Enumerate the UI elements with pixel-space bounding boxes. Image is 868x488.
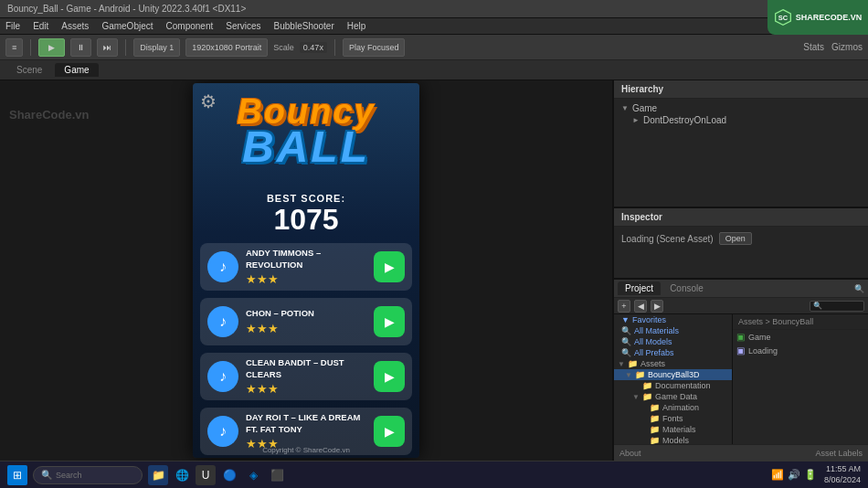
hier-item-dontdestroy[interactable]: ► DontDestroyOnLoad [621, 114, 861, 126]
asset-loading[interactable]: ▣ Loading [733, 344, 868, 357]
view-tabs: Scene Game [0, 60, 868, 80]
taskbar-app-edge[interactable]: 🌐 [172, 465, 192, 485]
taskbar-app-unity[interactable]: U [196, 465, 216, 485]
menu-file[interactable]: File [5, 21, 20, 31]
layout-button[interactable]: ≡ [5, 38, 23, 57]
asset-game-label: Game [748, 333, 771, 342]
window-title: Bouncy_Ball - Game - Android - Unity 202… [7, 4, 813, 14]
taskbar: ⊞ 🔍 📁 🌐 U 🔵 ◈ ⬛ 📶 🔊 🔋 11:55 AM 8/06/2024 [0, 461, 868, 488]
tree-gamedata[interactable]: ▼ 📁 Game Data [614, 391, 732, 402]
hierarchy-header: Hierarchy [614, 80, 868, 99]
tree-models[interactable]: 📁 Models [614, 435, 732, 444]
back-btn[interactable]: ◀ [634, 300, 647, 313]
folder-icon-anim: 📁 [650, 403, 660, 412]
battery-icon: 🔋 [804, 469, 817, 481]
inspector-open-button[interactable]: Open [719, 232, 752, 245]
forward-btn[interactable]: ▶ [651, 300, 663, 313]
asset-game-icon: ▣ [736, 332, 745, 342]
song-play-btn-1[interactable]: ▶ [374, 251, 405, 282]
resolution-selector[interactable]: 1920x1080 Portrait [185, 38, 268, 57]
song-item-3: ♪ CLEAN BANDIT – DUSTCLEARS ★★★ ▶ [200, 353, 412, 400]
play-focused-button[interactable]: Play Focused [343, 38, 406, 57]
hierarchy-title: Hierarchy [621, 84, 663, 94]
toolbar-right: Stats Gizmos [803, 42, 863, 52]
hier-label-game: Game [632, 103, 657, 113]
step-button[interactable]: ⏭ [97, 38, 118, 57]
folder-icon-assets: 📁 [628, 359, 638, 368]
game-viewport: ShareCode.vn ⚙ Bouncy BALL Best Score: 1… [0, 80, 612, 461]
game-viewport-panel: ShareCode.vn ⚙ Bouncy BALL Best Score: 1… [0, 80, 614, 461]
stats-label[interactable]: Stats [803, 42, 824, 52]
project-assets-area: Assets > BouncyBall ▣ Game ▣ Loading [733, 314, 868, 444]
scale-value: 0.47x [300, 42, 327, 53]
clock: 11:55 AM 8/06/2024 [824, 464, 861, 485]
pause-button[interactable]: ⏸ [70, 38, 91, 57]
song-play-btn-4[interactable]: ▶ [374, 416, 405, 447]
menu-edit[interactable]: Edit [33, 21, 48, 31]
hier-item-game[interactable]: ▼ Game [621, 102, 861, 114]
project-container: Project Console 🔍 + ◀ ▶ 🔍 [614, 280, 868, 461]
taskbar-search-input[interactable] [56, 471, 129, 480]
menu-component[interactable]: Component [166, 21, 214, 31]
tab-game[interactable]: Game [55, 63, 98, 77]
taskbar-app-chrome[interactable]: 🔵 [219, 465, 239, 485]
play-button[interactable]: ▶ [38, 38, 65, 57]
tab-scene[interactable]: Scene [7, 63, 51, 77]
favorites-arrow: ▼ [621, 315, 630, 324]
project-tree: ▼ Favorites 🔍 All Materials 🔍 All Models [614, 314, 733, 444]
toolbar: ≡ ▶ ⏸ ⏭ Display 1 1920x1080 Portrait Sca… [0, 35, 868, 60]
taskbar-app-explorer[interactable]: 📁 [148, 465, 168, 485]
start-button[interactable]: ⊞ [7, 465, 27, 485]
tree-fonts[interactable]: 📁 Fonts [614, 413, 732, 424]
project-search-box[interactable]: 🔍 [810, 301, 864, 312]
tab-console[interactable]: Console [662, 281, 711, 295]
volume-icon: 🔊 [788, 469, 800, 481]
clock-date: 8/06/2024 [824, 475, 861, 486]
song-play-btn-2[interactable]: ▶ [374, 306, 405, 337]
sharecode-logo-icon: SC [774, 8, 792, 27]
menu-help[interactable]: Help [347, 21, 366, 31]
fav-models[interactable]: 🔍 All Models [614, 336, 732, 347]
taskbar-right: 📶 🔊 🔋 11:55 AM 8/06/2024 [771, 464, 861, 485]
tree-label-assets: Assets [640, 359, 665, 368]
taskbar-app-terminal[interactable]: ⬛ [267, 465, 287, 485]
tree-label-anim: Animation [662, 403, 699, 412]
menu-services[interactable]: Services [226, 21, 260, 31]
asset-game[interactable]: ▣ Game [733, 330, 868, 344]
display-selector[interactable]: Display 1 [133, 38, 180, 57]
tree-documentation[interactable]: 📁 Documentation [614, 380, 732, 391]
menu-assets[interactable]: Assets [61, 21, 89, 31]
tab-project[interactable]: Project [618, 281, 661, 295]
tree-label-mats: Materials [662, 425, 696, 434]
main-area: ShareCode.vn ⚙ Bouncy BALL Best Score: 1… [0, 80, 868, 461]
folder-icon-doc: 📁 [642, 381, 652, 390]
asset-loading-icon: ▣ [736, 345, 745, 355]
sharecode-logo: SC SHARECODE.VN [767, 0, 868, 35]
hierarchy-panel: Hierarchy ▼ Game ► DontDestroyOnLoad [614, 80, 868, 208]
song-name-2: CHON – POTION [246, 308, 366, 319]
add-folder-btn[interactable]: + [618, 300, 630, 313]
tree-animation[interactable]: 📁 Animation [614, 402, 732, 413]
taskbar-search[interactable]: 🔍 [33, 466, 143, 484]
toolbar-separator-3 [334, 39, 335, 56]
fav-materials[interactable]: 🔍 All Materials [614, 325, 732, 336]
song-name-4: DAY ROI T – LIKE A DREAMFT. FAT TONY [246, 412, 366, 435]
fav-prefabs[interactable]: 🔍 All Prefabs [614, 347, 732, 358]
project-tab-bar: Project Console 🔍 [614, 280, 868, 298]
menu-gameobject[interactable]: GameObject [101, 21, 153, 31]
sharecode-logo-text: SHARECODE.VN [796, 13, 863, 22]
about-label: About [619, 449, 641, 458]
title-ball: BALL [242, 125, 370, 169]
hier-arrow-game: ▼ [621, 104, 629, 112]
tree-assets[interactable]: ▼ 📁 Assets [614, 358, 732, 369]
about-bar: About Asset Labels [614, 444, 868, 461]
menu-bubbleshooter[interactable]: BubbleShooter [274, 21, 334, 31]
song-play-btn-3[interactable]: ▶ [374, 361, 405, 392]
game-title-area: Bouncy BALL [193, 94, 419, 169]
song-name-3: CLEAN BANDIT – DUSTCLEARS [246, 357, 366, 380]
tree-materials[interactable]: 📁 Materials [614, 424, 732, 435]
gizmos-label[interactable]: Gizmos [831, 42, 863, 52]
song-info-1: ANDY TIMMONS –REVOLUTION ★★★ [246, 248, 366, 286]
taskbar-app-vscode[interactable]: ◈ [243, 465, 263, 485]
tree-bouncyball3d[interactable]: ▼ 📁 BouncyBall3D [614, 369, 732, 380]
